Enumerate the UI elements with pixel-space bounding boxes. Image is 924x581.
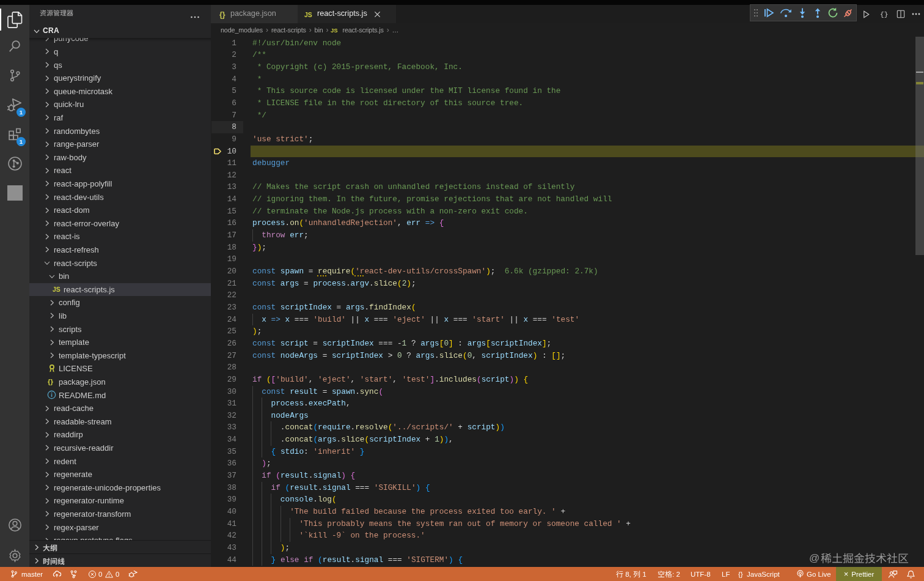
svg-text:JS: JS: [53, 286, 61, 293]
svg-text:{}: {}: [219, 10, 226, 19]
svg-text:{}: {}: [880, 11, 888, 18]
svg-text:JS: JS: [304, 11, 312, 18]
svg-text:{}: {}: [48, 378, 53, 385]
svg-text:JS: JS: [331, 27, 337, 34]
